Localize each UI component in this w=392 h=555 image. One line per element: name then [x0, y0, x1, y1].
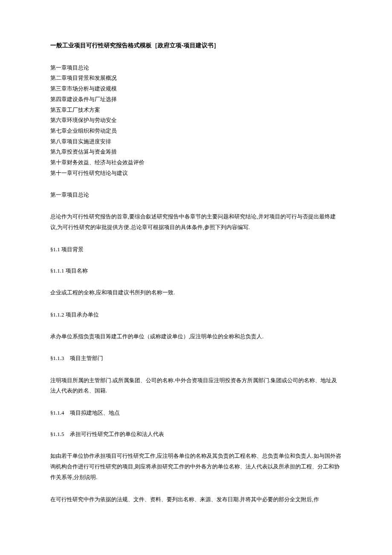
toc-item: 第七章企业组织和劳动定员 — [50, 126, 342, 137]
toc-item: 第十章财务效益、经济与社会效益评价 — [50, 157, 342, 168]
section-heading-1-1-2: §1.1.2 项目承办单位 — [50, 310, 342, 320]
toc-item: 第八章项目实施进度安排 — [50, 137, 342, 147]
section-heading-1-1-3: §1.1.3 项目主管部门 — [50, 354, 342, 363]
toc-item: 第六章环境保护与劳动安全 — [50, 115, 342, 126]
toc-item: 第十一章可行性研究结论与建议 — [50, 168, 342, 179]
document-title: 一般工业项目可行性研究报告格式模板［政府立项-项目建议书］ — [50, 41, 342, 51]
paragraph-intro: 总论作为可行性研究报告的首章,要综合叙述研究报告中各章节的主要问题和研究结论,并… — [50, 212, 342, 232]
paragraph-1-1-1: 企业或工程的全称,应和项目建议书所列的名称一致. — [50, 288, 342, 298]
toc-item: 第九章投资估算与资金筹措 — [50, 147, 342, 157]
section-heading-1-1-5: §1.1.5 承担可行性研究工作的单位和法人代表 — [50, 430, 342, 439]
paragraph-1-1-3: 注明项目所属的主管部门.或所属集团、公司的名称.中外合资项目应注明投资各方所属部… — [50, 375, 342, 396]
section-heading-1-1: §1.1 项目背景 — [50, 245, 342, 254]
table-of-contents: 第一章项目总论 第二章项目背景和发展概况 第三章市场分析与建设规模 第四章建设条… — [50, 63, 342, 179]
paragraph-1-1-5-cont: 在可行性研究中作为依据的法规、文件、资料、要列出名称、来源、发布日期.并将其中必… — [50, 494, 342, 505]
chapter-heading: 第一章项目总论 — [50, 190, 342, 200]
paragraph-1-1-2: 承办单位系指负责项目筹建工作的单位（或称建设单位）,应注明单位的全称和总负责人. — [50, 331, 342, 342]
toc-item: 第一章项目总论 — [50, 63, 342, 73]
toc-item: 第二章项目背景和发展概况 — [50, 73, 342, 84]
paragraph-1-1-5: 如由若干单位协作承担项目可行性研究工作,应注明各单位的名称及其负责的工程名称、总… — [50, 451, 342, 482]
section-heading-1-1-4: §1.1.4 项目拟建地区、地点 — [50, 408, 342, 418]
toc-item: 第三章市场分析与建设规模 — [50, 84, 342, 94]
toc-item: 第四章建设条件与厂址选择 — [50, 94, 342, 105]
section-heading-1-1-1: §1.1.1 项目名称 — [50, 266, 342, 276]
toc-item: 第五章工厂技术方案 — [50, 105, 342, 116]
